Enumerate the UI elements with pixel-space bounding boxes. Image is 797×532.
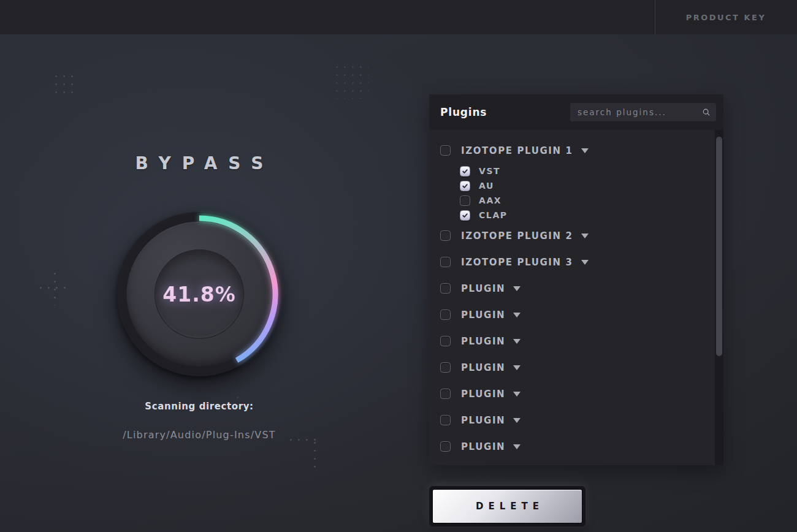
chevron-down-icon[interactable] [513,392,521,397]
format-label: VST [479,166,500,176]
plugin-row[interactable]: IZOTOPE PLUGIN 1 [440,137,723,164]
checkbox-unchecked[interactable] [440,362,451,373]
chevron-down-icon[interactable] [513,339,521,344]
format-row[interactable]: VST [460,164,723,178]
plugin-row[interactable]: IZOTOPE PLUGIN 3 [440,249,723,275]
search-box[interactable] [570,103,716,121]
checkbox-checked[interactable] [460,166,470,177]
topbar: PRODUCT KEY [0,0,797,34]
progress-dial: 41.8% [116,211,282,377]
plugin-label: IZOTOPE PLUGIN 1 [461,145,573,156]
chevron-down-icon[interactable] [513,286,521,291]
checkbox-unchecked[interactable] [440,230,451,241]
checkbox-unchecked[interactable] [440,415,451,425]
dot-decoration [333,63,368,99]
format-label: AU [479,181,494,191]
plugin-list: IZOTOPE PLUGIN 1VSTAUAAXCLAPIZOTOPE PLUG… [429,130,723,465]
product-key-button[interactable]: PRODUCT KEY [655,13,797,22]
chevron-down-icon[interactable] [513,365,521,370]
plugin-row[interactable]: IZOTOPE PLUGIN 2 [440,222,723,249]
plugin-label: PLUGIN [461,336,505,347]
format-row[interactable]: AAX [460,193,723,208]
app-title: BYPASS [74,153,325,173]
format-label: CLAP [479,210,508,220]
chevron-down-icon[interactable] [513,444,521,449]
chevron-down-icon[interactable] [581,234,589,238]
checkbox-unchecked[interactable] [440,441,451,452]
plugin-label: IZOTOPE PLUGIN 2 [461,230,573,241]
chevron-down-icon[interactable] [513,418,521,423]
plugin-row[interactable]: PLUGIN [440,302,723,328]
plugin-row[interactable]: PLUGIN [440,328,723,354]
plugins-panel-header: Plugins [429,94,723,130]
format-row[interactable]: AU [460,178,723,193]
scrollbar-track[interactable] [715,130,723,465]
dot-decoration [37,287,69,289]
format-label: AAX [479,196,501,205]
checkbox-checked[interactable] [460,181,470,191]
plugin-row[interactable]: PLUGIN [440,407,723,433]
chevron-down-icon[interactable] [581,260,589,265]
plugin-row[interactable]: PLUGIN [440,433,723,460]
dot-decoration [54,270,56,305]
checkbox-unchecked[interactable] [460,196,470,206]
format-row[interactable]: CLAP [460,208,723,222]
plugin-label: PLUGIN [461,362,505,373]
checkbox-unchecked[interactable] [440,283,451,294]
check-icon [462,212,468,219]
dot-decoration [314,439,316,469]
progress-percent: 41.8% [116,211,282,377]
chevron-down-icon[interactable] [513,313,521,317]
plugins-panel-title: Plugins [440,106,487,118]
chevron-down-icon[interactable] [581,148,589,153]
plugin-row[interactable]: PLUGIN [440,275,723,302]
plugin-label: PLUGIN [461,389,505,400]
plugin-label: PLUGIN [461,283,505,294]
search-input[interactable] [578,107,702,117]
magnifier-icon[interactable] [702,108,711,116]
checkbox-checked[interactable] [460,210,470,221]
check-icon [462,183,468,189]
checkbox-unchecked[interactable] [440,145,451,156]
plugin-row[interactable]: PLUGIN [440,354,723,381]
delete-button[interactable]: DELETE [432,489,582,523]
scanning-path: /Library/Audio/Plug-Ins/VST [74,429,325,441]
plugin-label: IZOTOPE PLUGIN 3 [461,257,573,268]
checkbox-unchecked[interactable] [440,389,451,399]
plugins-panel: Plugins IZOTOPE PLUGIN 1VSTAUAAXCLAPIZOT… [429,94,723,465]
checkbox-unchecked[interactable] [440,336,451,346]
check-icon [462,168,468,175]
plugin-label: PLUGIN [461,310,505,321]
checkbox-unchecked[interactable] [440,310,451,320]
main-background: BYPASS 41.8% Scanning directory: [0,34,797,532]
delete-button-frame: DELETE [429,486,585,526]
format-group: VSTAUAAXCLAP [440,164,723,222]
plugin-label: PLUGIN [461,441,505,452]
plugin-row[interactable]: PLUGIN [440,381,723,407]
plugin-label: PLUGIN [461,415,505,426]
dot-decoration [52,72,74,94]
scanning-label: Scanning directory: [74,401,325,412]
scrollbar-thumb[interactable] [716,137,722,356]
checkbox-unchecked[interactable] [440,257,451,267]
